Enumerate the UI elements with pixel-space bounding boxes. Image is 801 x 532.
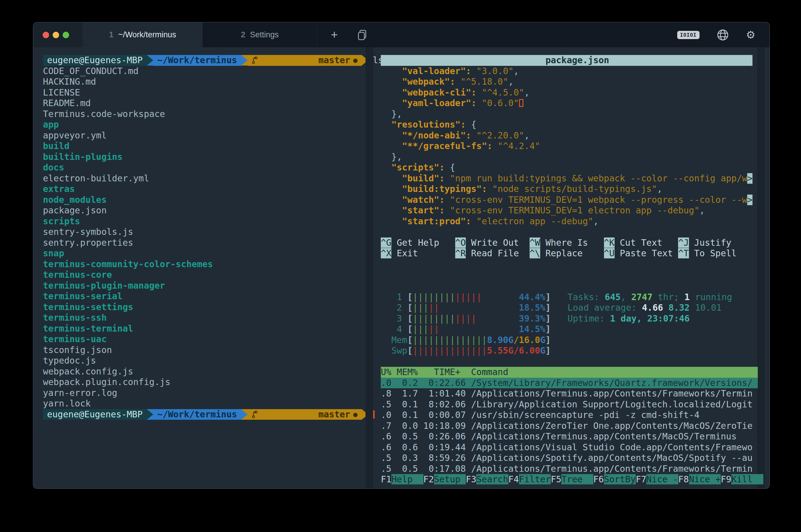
nano-shortcut[interactable]: ^O Write Out (455, 238, 529, 248)
powerline-separator (241, 55, 247, 65)
nano-shortcut[interactable]: ^U Paste Text (604, 248, 678, 259)
pane-gap (381, 259, 769, 292)
htop-meter: Swp[||||||||||||||5.55G/6.00G] (381, 345, 758, 356)
file-entry: Terminus.code-workspace (43, 109, 365, 120)
powerline-separator (147, 409, 153, 420)
right-pane-scrollbar-track[interactable] (757, 47, 765, 489)
nano-shortcut[interactable]: ^J Justify (678, 238, 731, 248)
zoom-window-button[interactable] (63, 32, 69, 38)
nano-text-line: "build:typings": "node scripts/build-typ… (381, 184, 752, 194)
tab-title: ~/Work/terminus (118, 30, 176, 39)
nano-shortcut[interactable]: ^R Read File (455, 248, 529, 259)
process-row[interactable]: .7 0.0 10:18.09 /Applications/ZeroTier O… (381, 421, 758, 432)
nano-buffer[interactable]: "val-loader": "3.0.0", "webpack": "^5.18… (381, 66, 752, 227)
minimize-window-button[interactable] (53, 32, 59, 38)
process-row[interactable]: .0 0.1 0:00.07 /usr/sbin/screencapture -… (381, 410, 758, 421)
title-bar: 1 ~/Work/terminus 2 Settings + IOIOI (33, 22, 769, 47)
nano-shortcut[interactable]: ^G Get Help (381, 238, 455, 248)
nano-line-continuation-marker: > (747, 194, 752, 206)
file-entry: sentry.properties (43, 238, 365, 248)
blank-line (381, 227, 752, 238)
settings-gear-icon[interactable]: ⚙ (746, 30, 756, 40)
htop-function-key-bar: F1Help F2Setup F3SearchF4FilterF5Tree F6… (381, 474, 758, 485)
right-terminal-pane[interactable]: GNU nano 4.5 package.json "val-loader": … (377, 47, 769, 489)
file-entry: LICENSE (43, 87, 365, 98)
nano-text-line: "webpack-cli": "^4.5.0", (381, 87, 752, 98)
process-row-selected[interactable]: .0 0.2 0:22.66 /System/Library/Framework… (381, 378, 758, 388)
directory-entry: node_modules (43, 194, 365, 206)
file-entry: sentry-symbols.js (43, 227, 365, 238)
htop-summary-line: Tasks: 645, 2747 thr; 1 running (567, 292, 732, 303)
directory-entry: docs (43, 162, 365, 173)
file-entry: webpack.config.js (43, 366, 365, 377)
nano-text-line: }, (381, 152, 752, 163)
nano-shortcut-row: ^G Get Help^O Write Out^W Where Is^K Cut… (381, 238, 752, 248)
process-row[interactable]: .6 0.5 0:26.06 /Applications/Terminus.ap… (381, 431, 758, 442)
nano-text-line: "build": "npm run build:typings && webpa… (381, 173, 752, 184)
pane-splitter[interactable] (365, 47, 377, 489)
nano-filename: package.json (545, 55, 609, 66)
directory-entry: terminus-ssh (43, 312, 365, 323)
prompt-user-host: eugene@Eugenes-MBP (43, 409, 147, 420)
close-window-button[interactable] (43, 32, 49, 38)
process-row[interactable]: .5 0.1 8:02.06 /Library/Application Supp… (381, 399, 758, 410)
process-row[interactable]: .8 1.7 1:01.40 /Applications/Terminus.ap… (381, 388, 758, 399)
new-tab-button[interactable]: + (320, 22, 349, 47)
htop-fkey-f8[interactable]: F8Nice + (678, 474, 721, 485)
htop-meter: Mem[||||||||||||||8.90G/16.0G] (381, 335, 758, 346)
traffic-lights (33, 22, 82, 47)
nano-shortcut[interactable]: ^T To Spell (678, 248, 737, 259)
nano-text-line: "watch": "cross-env TERMINUS_DEV=1 webpa… (381, 194, 752, 206)
process-table: .0 0.2 0:22.66 /System/Library/Framework… (381, 378, 758, 474)
serial-port-icon[interactable]: IOIOI (677, 31, 700, 39)
htop-fkey-f9[interactable]: F9Kill (721, 474, 763, 485)
htop-fkey-f2[interactable]: F2Setup (424, 474, 466, 485)
file-entry: electron-builder.yml (43, 173, 365, 184)
process-row[interactable]: .6 0.6 0:19.44 /Applications/Visual Stud… (381, 442, 758, 453)
nano-shortcut[interactable]: ^W Where Is (529, 238, 604, 248)
file-entry: package.json (43, 205, 365, 216)
git-branch-icon (252, 389, 316, 440)
file-entry: README.md (43, 98, 365, 109)
file-entry: typedoc.js (43, 355, 365, 366)
git-branch-name: master (318, 55, 350, 66)
process-row[interactable]: .5 0.5 0:17.08 /Applications/Terminus.ap… (381, 463, 758, 474)
duplicate-tab-button[interactable] (349, 22, 375, 47)
left-pane-scrollbar-track[interactable] (366, 47, 373, 489)
directory-entry: extras (43, 184, 365, 194)
nano-shortcut-bar: ^G Get Help^O Write Out^W Where Is^K Cut… (381, 238, 752, 259)
nano-cursor (519, 99, 523, 107)
git-branch-icon (252, 35, 316, 86)
nano-text-line: "yaml-loader": "0.6.0" (381, 98, 752, 109)
directory-entry: snap (43, 248, 365, 259)
tab-index: 1 (109, 30, 113, 39)
htop-fkey-f5[interactable]: F5Tree (551, 474, 593, 485)
directory-entry: scripts (43, 216, 365, 227)
nano-shortcut[interactable]: ^K Cut Text (604, 238, 678, 248)
directory-entry: terminus-terminal (43, 323, 365, 334)
process-table-header[interactable]: U% MEM% TIME+ Command (381, 367, 758, 378)
htop-tasks-summary: Tasks: 645, 2747 thr; 1 runningLoad aver… (567, 292, 732, 324)
nano-text-line: "start:prod": "electron app --debug", (381, 216, 752, 227)
nano-text-line: }, (381, 109, 752, 120)
nano-shortcut[interactable]: ^\ Replace (529, 248, 604, 259)
htop-fkey-f7[interactable]: F7Nice - (636, 474, 678, 485)
left-terminal-pane[interactable]: eugene@Eugenes-MBP ~/Work/terminus maste… (33, 47, 365, 489)
nano-text-line: "scripts": { (381, 162, 752, 173)
htop-fkey-f6[interactable]: F6SortBy (593, 474, 636, 485)
ls-output: CODE_OF_CONDUCT.mdHACKING.mdLICENSEREADM… (43, 66, 365, 409)
nano-text-line: "**/graceful-fs": "^4.2.4" (381, 141, 752, 152)
htop-summary-line: Uptime: 1 day, 23:07:46 (567, 313, 732, 324)
nano-shortcut[interactable]: ^X Exit (381, 248, 455, 259)
nano-shortcut-row: ^X Exit^R Read File^\ Replace^U Paste Te… (381, 248, 752, 259)
process-row[interactable]: .5 0.3 8:59.26 /Applications/Spotify.app… (381, 453, 758, 463)
tab-work-terminus[interactable]: 1 ~/Work/terminus (82, 22, 203, 47)
powerline-separator (147, 55, 153, 65)
directory-entry: terminus-core (43, 269, 365, 280)
globe-icon[interactable] (716, 29, 729, 41)
directory-entry: terminus-uac (43, 334, 365, 345)
htop-fkey-f3[interactable]: F3Search (466, 474, 508, 485)
directory-entry: terminus-plugin-manager (43, 280, 365, 291)
htop-fkey-f4[interactable]: F4Filter (508, 474, 551, 485)
htop-fkey-f1[interactable]: F1Help (381, 474, 424, 485)
